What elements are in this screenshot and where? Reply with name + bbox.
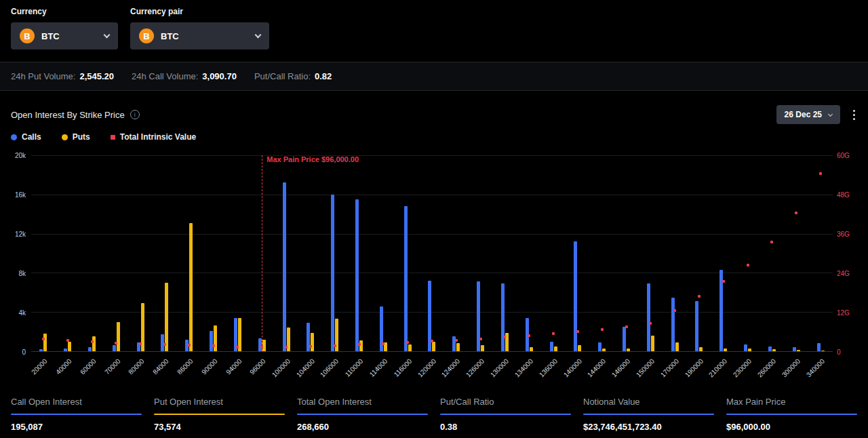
call-bar[interactable] xyxy=(671,298,675,351)
call-bar[interactable] xyxy=(404,206,408,351)
kebab-menu-icon[interactable] xyxy=(851,108,857,122)
call-bar[interactable] xyxy=(768,346,772,351)
x-axis-label-text: 144000 xyxy=(586,357,607,378)
call-bar[interactable] xyxy=(88,347,92,351)
put-bar[interactable] xyxy=(797,350,800,351)
summary-label: Put Open Interest xyxy=(154,397,285,414)
call-bar[interactable] xyxy=(283,182,286,351)
legend-label: Calls xyxy=(22,132,41,142)
intrinsic-value-dot xyxy=(260,346,263,349)
call-bar[interactable] xyxy=(113,345,116,351)
put-bar[interactable] xyxy=(675,342,679,351)
bar-group xyxy=(56,155,80,351)
y-axis-tick: 20k xyxy=(15,152,26,159)
call-bar[interactable] xyxy=(39,349,43,351)
call-bar[interactable] xyxy=(258,338,262,351)
intrinsic-value-dot xyxy=(431,340,433,342)
intrinsic-value-dot xyxy=(309,345,312,348)
intrinsic-value-dot xyxy=(91,340,94,343)
put-bar[interactable] xyxy=(456,343,460,351)
bar-group xyxy=(298,155,323,351)
oi-by-strike-section: Open Interest By Strike Price i 26 Dec 2… xyxy=(0,95,868,387)
summary-put-open-interest: Put Open Interest73,574 xyxy=(154,397,285,432)
put-bar[interactable] xyxy=(481,345,484,351)
call-bar[interactable] xyxy=(744,344,747,351)
legend-item-total-intrinsic-value[interactable]: Total Intrinsic Value xyxy=(111,132,196,142)
call-bar[interactable] xyxy=(598,342,601,351)
put-bar[interactable] xyxy=(43,334,47,351)
legend-item-puts[interactable]: Puts xyxy=(62,132,90,142)
call-bar[interactable] xyxy=(477,281,480,351)
x-axis-label-text: 100000 xyxy=(270,357,291,378)
put-bar[interactable] xyxy=(627,349,630,351)
put-bar[interactable] xyxy=(189,223,193,351)
call-bar[interactable] xyxy=(210,331,213,351)
oi-by-strike-chart[interactable]: 04k8k12k16k20k Max Pain Price $96,000.00… xyxy=(11,151,857,387)
volume-stat-24h-call-volume: 24h Call Volume:3,090.70 xyxy=(132,71,237,81)
bar-group xyxy=(469,155,493,351)
put-bar[interactable] xyxy=(602,349,606,351)
call-bar[interactable] xyxy=(817,343,821,351)
x-axis-label-text: 116000 xyxy=(392,357,413,378)
call-bar[interactable] xyxy=(331,195,334,351)
put-bar[interactable] xyxy=(359,340,363,351)
summary-notional-value: Notional Value$23,746,451,723.40 xyxy=(583,397,714,432)
call-bar[interactable] xyxy=(64,349,67,351)
plot-area[interactable]: Max Pain Price $96,000.00 xyxy=(31,155,833,352)
put-bar[interactable] xyxy=(699,347,703,351)
summary-put-call-ratio: Put/Call Ratio0.38 xyxy=(440,397,571,432)
call-bar[interactable] xyxy=(695,301,698,351)
put-bar[interactable] xyxy=(530,347,533,351)
put-bar[interactable] xyxy=(92,336,96,351)
put-bar[interactable] xyxy=(117,322,120,351)
put-bar[interactable] xyxy=(724,349,727,351)
put-bar[interactable] xyxy=(748,349,751,351)
put-bar[interactable] xyxy=(408,344,412,351)
y-axis-tick: 12k xyxy=(15,231,26,238)
intrinsic-value-dot xyxy=(236,346,239,349)
call-bar[interactable] xyxy=(574,241,577,351)
summary-value: 195,087 xyxy=(11,422,142,432)
summary-value: $23,746,451,723.40 xyxy=(583,422,714,432)
x-axis-label-text: 146000 xyxy=(610,357,631,378)
legend-item-calls[interactable]: Calls xyxy=(11,132,41,142)
bar-group xyxy=(614,155,639,351)
call-bar[interactable] xyxy=(793,347,796,351)
info-icon[interactable]: i xyxy=(130,110,140,119)
currency-pair-value: BTC xyxy=(161,31,179,41)
bar-group xyxy=(687,155,711,351)
x-axis-label-text: 94000 xyxy=(224,357,243,376)
chart-header: Open Interest By Strike Price i 26 Dec 2… xyxy=(11,95,857,130)
x-axis-label-text: 300000 xyxy=(781,357,802,378)
bar-group xyxy=(226,155,250,351)
put-bar[interactable] xyxy=(432,342,435,351)
x-axis-label-text: 90000 xyxy=(200,357,218,376)
put-bar[interactable] xyxy=(821,351,825,351)
put-bar[interactable] xyxy=(311,333,314,351)
filters-row: Currency B BTC Currency pair B BTC xyxy=(0,0,868,59)
call-bar[interactable] xyxy=(355,199,359,351)
options-dashboard: Currency B BTC Currency pair B BTC 24h P… xyxy=(0,0,868,432)
put-bar[interactable] xyxy=(214,325,217,351)
call-bar[interactable] xyxy=(550,342,553,351)
bar-group xyxy=(784,155,808,351)
put-bar[interactable] xyxy=(772,349,776,351)
intrinsic-value-dot xyxy=(455,339,458,342)
legend-label: Total Intrinsic Value xyxy=(120,132,196,142)
intrinsic-value-dot xyxy=(601,328,604,331)
currency-value: BTC xyxy=(41,31,60,41)
call-bar[interactable] xyxy=(623,327,626,351)
put-bar[interactable] xyxy=(554,346,557,351)
put-bar[interactable] xyxy=(68,342,71,351)
call-bar[interactable] xyxy=(501,283,505,351)
call-bar[interactable] xyxy=(647,283,650,351)
currency-select[interactable]: B BTC xyxy=(11,22,118,49)
put-bar[interactable] xyxy=(651,336,654,351)
x-axis-label-text: 340000 xyxy=(804,357,825,378)
bar-group xyxy=(517,155,541,351)
chevron-down-icon xyxy=(255,31,262,38)
expiry-date-select[interactable]: 26 Dec 25 xyxy=(776,105,840,124)
currency-pair-select[interactable]: B BTC xyxy=(130,22,269,49)
put-bar[interactable] xyxy=(165,283,168,351)
put-bar[interactable] xyxy=(578,345,581,351)
